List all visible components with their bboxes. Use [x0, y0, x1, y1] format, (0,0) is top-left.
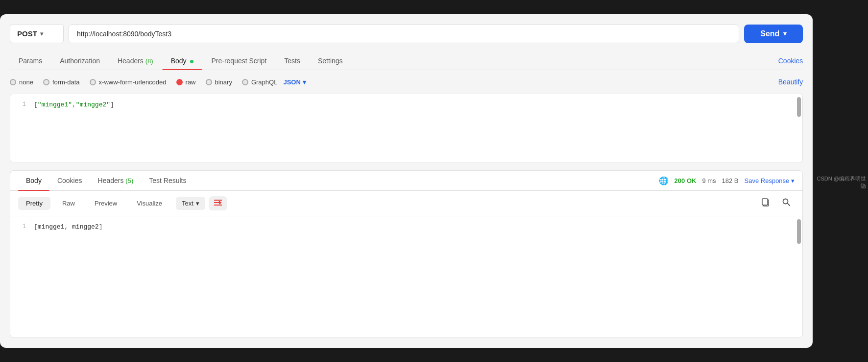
tab-body[interactable]: Body — [162, 52, 203, 70]
radio-none[interactable]: none — [10, 78, 33, 86]
csdn-footer: CSDN @编程界明世隐 — [813, 175, 868, 190]
tab-settings[interactable]: Settings — [309, 52, 352, 70]
radio-circle-graphql — [242, 79, 248, 85]
search-button[interactable] — [778, 196, 795, 211]
radio-circle-none — [10, 79, 16, 85]
globe-icon: 🌐 — [659, 176, 669, 185]
cookies-link[interactable]: Cookies — [778, 57, 803, 65]
response-body-area: 1 [mingge1, mingge2] — [10, 216, 802, 256]
url-input[interactable] — [69, 25, 739, 43]
save-response-button[interactable]: Save Response ▾ — [745, 177, 795, 184]
radio-circle-raw — [176, 79, 183, 85]
resp-close-bracket: ] — [99, 223, 103, 231]
resp-code-line-1: 1 [mingge1, mingge2] — [10, 222, 802, 232]
json-chevron-icon: ▾ — [303, 78, 306, 86]
radio-circle-form-data — [43, 79, 49, 85]
resp-tab-cookies[interactable]: Cookies — [49, 171, 90, 190]
beautify-button[interactable]: Beautify — [778, 78, 803, 86]
copy-icon — [761, 198, 770, 207]
radio-graphql[interactable]: GraphQL — [242, 78, 277, 86]
main-container: POST ▾ Send ▾ Params Authorization Heade… — [0, 14, 813, 348]
resp-code-content-1: [mingge1, mingge2] — [34, 223, 102, 231]
response-tab-nav: Body Cookies Headers (5) Test Results 🌐 … — [10, 171, 802, 191]
format-pretty-button[interactable]: Pretty — [18, 197, 50, 210]
text-select-label: Text — [182, 200, 193, 207]
json-type-select[interactable]: JSON ▾ — [283, 78, 306, 86]
tab-tests[interactable]: Tests — [275, 52, 309, 70]
send-chevron-icon: ▾ — [783, 30, 787, 37]
resp-line-number-1: 1 — [10, 223, 34, 230]
url-bar: POST ▾ Send ▾ — [10, 24, 803, 43]
resp-tab-test-results[interactable]: Test Results — [141, 171, 194, 190]
tab-authorization[interactable]: Authorization — [51, 52, 109, 70]
format-bar: Pretty Raw Preview Visualize Text ▾ — [10, 191, 802, 216]
method-label: POST — [17, 29, 37, 38]
response-scrollbar[interactable] — [797, 219, 801, 244]
body-type-row: none form-data x-www-form-urlencoded raw… — [10, 78, 803, 86]
send-button[interactable]: Send ▾ — [744, 25, 803, 43]
format-preview-button[interactable]: Preview — [87, 197, 125, 210]
save-response-chevron-icon: ▾ — [791, 177, 795, 184]
wrap-lines-button[interactable] — [209, 196, 227, 210]
headers-badge: (8) — [145, 57, 153, 65]
open-bracket: [ — [34, 101, 38, 108]
method-select[interactable]: POST ▾ — [10, 24, 64, 43]
status-code: 200 OK — [675, 177, 697, 184]
request-body-editor[interactable]: 1 ["mingge1","mingge2"] — [10, 94, 803, 162]
radio-binary[interactable]: binary — [206, 78, 232, 86]
send-label: Send — [760, 29, 779, 38]
text-type-select[interactable]: Text ▾ — [176, 197, 205, 210]
string-mingge2: "mingge2" — [76, 101, 110, 108]
radio-circle-urlencoded — [90, 79, 96, 85]
string-mingge1: "mingge1" — [38, 101, 72, 108]
tab-headers[interactable]: Headers (8) — [109, 52, 162, 70]
comma: , — [72, 101, 76, 108]
format-visualize-button[interactable]: Visualize — [129, 197, 170, 210]
resp-headers-badge: (5) — [125, 177, 133, 184]
close-bracket: ] — [110, 101, 114, 108]
resp-tab-body[interactable]: Body — [18, 171, 49, 190]
radio-raw[interactable]: raw — [176, 78, 196, 86]
request-tab-nav: Params Authorization Headers (8) Body Pr… — [10, 52, 803, 70]
wrap-icon — [214, 199, 222, 206]
method-chevron-icon: ▾ — [40, 30, 43, 37]
svg-rect-4 — [762, 199, 768, 205]
text-chevron-icon: ▾ — [196, 200, 199, 207]
copy-button[interactable] — [757, 196, 774, 211]
body-dot-indicator — [190, 60, 193, 63]
format-raw-button[interactable]: Raw — [54, 197, 83, 210]
resp-tab-headers[interactable]: Headers (5) — [90, 171, 142, 190]
tab-pre-request[interactable]: Pre-request Script — [202, 52, 275, 70]
response-size: 182 B — [722, 177, 739, 184]
tab-params[interactable]: Params — [10, 52, 51, 70]
line-number-1: 1 — [10, 101, 34, 108]
editor-scrollbar[interactable] — [797, 97, 801, 117]
radio-circle-binary — [206, 79, 212, 85]
response-section: Body Cookies Headers (5) Test Results 🌐 … — [10, 170, 803, 338]
response-time: 9 ms — [702, 177, 716, 184]
radio-form-data[interactable]: form-data — [43, 78, 80, 86]
radio-urlencoded[interactable]: x-www-form-urlencoded — [90, 78, 167, 86]
code-line-1: 1 ["mingge1","mingge2"] — [10, 100, 802, 109]
svg-line-6 — [788, 203, 790, 206]
response-status-bar: 🌐 200 OK 9 ms 182 B Save Response ▾ — [659, 176, 795, 185]
resp-open-bracket: [ — [34, 223, 38, 231]
code-content-1: ["mingge1","mingge2"] — [34, 101, 114, 108]
search-icon — [782, 198, 791, 207]
